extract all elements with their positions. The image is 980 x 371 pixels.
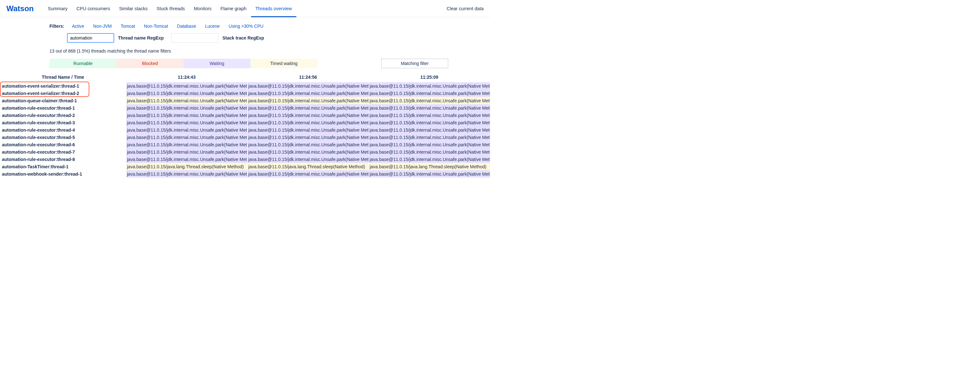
stack-cell[interactable]: java.base@11.0.15/jdk.internal.misc.Unsa… bbox=[369, 104, 490, 111]
filter-non-tomcat[interactable]: Non-Tomcat bbox=[144, 24, 168, 29]
table-row: automation-rule-executor:thread-3java.ba… bbox=[0, 119, 490, 126]
col-header-time[interactable]: 11:24:43 bbox=[126, 75, 247, 80]
table-row: automation-queue-claimer:thread-1java.ba… bbox=[0, 97, 490, 104]
stack-cell[interactable]: java.base@11.0.15/jdk.internal.misc.Unsa… bbox=[247, 97, 369, 104]
stack-cell[interactable]: java.base@11.0.15/jdk.internal.misc.Unsa… bbox=[247, 155, 369, 163]
table-row: automation-rule-executor:thread-1java.ba… bbox=[0, 104, 490, 111]
filter-tomcat[interactable]: Tomcat bbox=[121, 24, 135, 29]
legend-blocked: Blocked bbox=[116, 59, 183, 68]
filter-lucene[interactable]: Lucene bbox=[205, 24, 220, 29]
legend-timed: Timed waiting bbox=[250, 59, 317, 68]
stack-cell[interactable]: java.base@11.0.15/jdk.internal.misc.Unsa… bbox=[247, 133, 369, 141]
stack-cell[interactable]: java.base@11.0.15/jdk.internal.misc.Unsa… bbox=[369, 97, 490, 104]
threads-table: ‹ › Thread Name / Time 11:24:4311:24:561… bbox=[0, 73, 490, 178]
col-header-name[interactable]: Thread Name / Time bbox=[0, 75, 126, 80]
legend: Runnable Blocked Waiting Timed waiting M… bbox=[0, 59, 490, 68]
stack-cell[interactable]: java.base@11.0.15/jdk.internal.misc.Unsa… bbox=[369, 90, 490, 97]
table-row: automation-TaskTimer:thread-1java.base@1… bbox=[0, 163, 490, 170]
stack-cell[interactable]: java.base@11.0.15/jdk.internal.misc.Unsa… bbox=[247, 148, 369, 155]
stack-cell[interactable]: java.base@11.0.15/jdk.internal.misc.Unsa… bbox=[247, 119, 369, 126]
stack-cell[interactable]: java.base@11.0.15/jdk.internal.misc.Unsa… bbox=[126, 111, 247, 119]
nav-threads-overview[interactable]: Threads overview bbox=[251, 0, 296, 17]
thread-name-cell[interactable]: automation-rule-executor:thread-6 bbox=[0, 141, 126, 148]
filter-inputs: Thread name RegExp Stack trace RegExp bbox=[0, 33, 490, 43]
stack-cell[interactable]: java.base@11.0.15/jdk.internal.misc.Unsa… bbox=[247, 141, 369, 148]
stack-cell[interactable]: java.base@11.0.15/jdk.internal.misc.Unsa… bbox=[369, 170, 490, 178]
thread-name-cell[interactable]: automation-rule-executor:thread-4 bbox=[0, 126, 126, 133]
thread-name-cell[interactable]: automation-TaskTimer:thread-1 bbox=[0, 163, 126, 170]
stack-trace-regexp-input[interactable] bbox=[171, 33, 218, 43]
thread-name-regexp-label: Thread name RegExp bbox=[118, 35, 164, 40]
thread-name-regexp-input[interactable] bbox=[67, 33, 114, 43]
stack-cell[interactable]: java.base@11.0.15/jdk.internal.misc.Unsa… bbox=[126, 104, 247, 111]
thread-name-cell[interactable]: automation-rule-executor:thread-7 bbox=[0, 148, 126, 155]
stack-cell[interactable]: java.base@11.0.15/jdk.internal.misc.Unsa… bbox=[247, 82, 369, 90]
stack-cell[interactable]: java.base@11.0.15/jdk.internal.misc.Unsa… bbox=[369, 141, 490, 148]
match-summary: 13 out of 868 (1.5%) threads matching th… bbox=[0, 48, 490, 54]
nav-similar-stacks[interactable]: Similar stacks bbox=[115, 0, 152, 17]
table-row: automation-event-serializer:thread-2java… bbox=[0, 90, 490, 97]
stack-cell[interactable]: java.base@11.0.15/jdk.internal.misc.Unsa… bbox=[247, 111, 369, 119]
table-row: automation-rule-executor:thread-5java.ba… bbox=[0, 133, 490, 141]
stack-cell[interactable]: java.base@11.0.15/jdk.internal.misc.Unsa… bbox=[247, 104, 369, 111]
thread-name-cell[interactable]: automation-rule-executor:thread-5 bbox=[0, 133, 126, 141]
nav-stuck-threads[interactable]: Stuck threads bbox=[152, 0, 189, 17]
app-header: Watson SummaryCPU consumersSimilar stack… bbox=[0, 0, 490, 17]
nav-cpu-consumers[interactable]: CPU consumers bbox=[72, 0, 115, 17]
stack-cell[interactable]: java.base@11.0.15/jdk.internal.misc.Unsa… bbox=[369, 126, 490, 133]
thread-name-cell[interactable]: automation-webhook-sender:thread-1 bbox=[0, 170, 126, 178]
prev-time-button[interactable]: ‹ bbox=[4, 81, 7, 91]
stack-cell[interactable]: java.base@11.0.15/jdk.internal.misc.Unsa… bbox=[126, 82, 247, 90]
table-row: automation-rule-executor:thread-8java.ba… bbox=[0, 155, 490, 163]
legend-runnable: Runnable bbox=[49, 59, 116, 68]
stack-cell[interactable]: java.base@11.0.15/jdk.internal.misc.Unsa… bbox=[126, 170, 247, 178]
filter-active[interactable]: Active bbox=[72, 24, 84, 29]
stack-cell[interactable]: java.base@11.0.15/jdk.internal.misc.Unsa… bbox=[369, 133, 490, 141]
thread-name-cell[interactable]: automation-event-serializer:thread-1 bbox=[0, 82, 126, 90]
stack-cell[interactable]: java.base@11.0.15/jdk.internal.misc.Unsa… bbox=[126, 133, 247, 141]
nav-summary[interactable]: Summary bbox=[43, 0, 72, 17]
col-header-time[interactable]: 11:24:56 bbox=[247, 75, 369, 80]
table-row: automation-rule-executor:thread-4java.ba… bbox=[0, 126, 490, 133]
stack-cell[interactable]: java.base@11.0.15/jdk.internal.misc.Unsa… bbox=[126, 119, 247, 126]
filter-using-30-cpu[interactable]: Using >30% CPU bbox=[229, 24, 264, 29]
table-header: Thread Name / Time 11:24:4311:24:5611:25… bbox=[0, 73, 490, 82]
nav-flame-graph[interactable]: Flame graph bbox=[216, 0, 251, 17]
stack-cell[interactable]: java.base@11.0.15/java.lang.Thread.sleep… bbox=[126, 163, 247, 170]
stack-cell[interactable]: java.base@11.0.15/jdk.internal.misc.Unsa… bbox=[247, 90, 369, 97]
content: Filters: ActiveNon-JVMTomcatNon-TomcatDa… bbox=[0, 17, 490, 181]
filter-non-jvm[interactable]: Non-JVM bbox=[93, 24, 111, 29]
filter-database[interactable]: Database bbox=[177, 24, 196, 29]
stack-cell[interactable]: java.base@11.0.15/jdk.internal.misc.Unsa… bbox=[247, 170, 369, 178]
thread-name-cell[interactable]: automation-rule-executor:thread-3 bbox=[0, 119, 126, 126]
stack-cell[interactable]: java.base@11.0.15/jdk.internal.misc.Unsa… bbox=[126, 90, 247, 97]
next-time-button[interactable]: › bbox=[486, 81, 489, 91]
stack-cell[interactable]: java.base@11.0.15/jdk.internal.misc.Unsa… bbox=[126, 126, 247, 133]
legend-matching-filter: Matching filter bbox=[381, 59, 448, 68]
stack-cell[interactable]: java.base@11.0.15/jdk.internal.misc.Unsa… bbox=[126, 97, 247, 104]
thread-name-cell[interactable]: automation-event-serializer:thread-2 bbox=[0, 90, 126, 97]
table-row: automation-rule-executor:thread-7java.ba… bbox=[0, 148, 490, 155]
thread-name-cell[interactable]: automation-rule-executor:thread-8 bbox=[0, 155, 126, 163]
thread-name-cell[interactable]: automation-rule-executor:thread-2 bbox=[0, 111, 126, 119]
thread-name-cell[interactable]: automation-queue-claimer:thread-1 bbox=[0, 97, 126, 104]
stack-cell[interactable]: java.base@11.0.15/jdk.internal.misc.Unsa… bbox=[247, 126, 369, 133]
thread-name-cell[interactable]: automation-rule-executor:thread-1 bbox=[0, 104, 126, 111]
table-row: automation-webhook-sender:thread-1java.b… bbox=[0, 170, 490, 178]
filter-row: Filters: ActiveNon-JVMTomcatNon-TomcatDa… bbox=[0, 24, 490, 29]
stack-cell[interactable]: java.base@11.0.15/jdk.internal.misc.Unsa… bbox=[369, 119, 490, 126]
legend-waiting: Waiting bbox=[183, 59, 250, 68]
stack-cell[interactable]: java.base@11.0.15/jdk.internal.misc.Unsa… bbox=[126, 148, 247, 155]
stack-cell[interactable]: java.base@11.0.15/jdk.internal.misc.Unsa… bbox=[126, 141, 247, 148]
stack-cell[interactable]: java.base@11.0.15/jdk.internal.misc.Unsa… bbox=[369, 148, 490, 155]
stack-cell[interactable]: java.base@11.0.15/java.lang.Thread.sleep… bbox=[369, 163, 490, 170]
app-logo[interactable]: Watson bbox=[6, 4, 34, 13]
stack-cell[interactable]: java.base@11.0.15/jdk.internal.misc.Unsa… bbox=[369, 155, 490, 163]
stack-cell[interactable]: java.base@11.0.15/jdk.internal.misc.Unsa… bbox=[369, 82, 490, 90]
clear-data-link[interactable]: Clear current data bbox=[447, 6, 484, 11]
col-header-time[interactable]: 11:25:09 bbox=[369, 75, 490, 80]
nav-monitors[interactable]: Monitors bbox=[189, 0, 216, 17]
stack-cell[interactable]: java.base@11.0.15/jdk.internal.misc.Unsa… bbox=[369, 111, 490, 119]
stack-cell[interactable]: java.base@11.0.15/jdk.internal.misc.Unsa… bbox=[126, 155, 247, 163]
stack-cell[interactable]: java.base@11.0.15/java.lang.Thread.sleep… bbox=[247, 163, 369, 170]
